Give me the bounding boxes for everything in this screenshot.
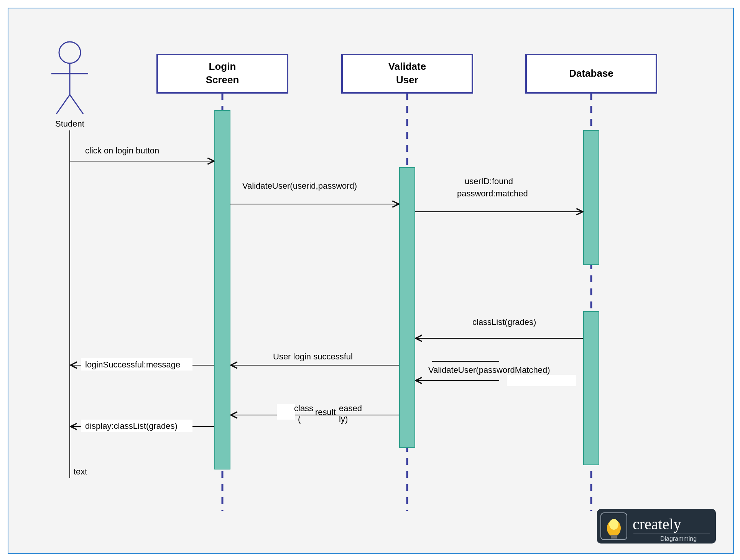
message-pwmatched-label: ValidateUser(passwordMatched) [428, 365, 550, 375]
creately-logo-name: creately [633, 516, 681, 533]
svg-line-3 [56, 95, 70, 114]
message-classlist-return-label: classList(grades) [472, 317, 536, 327]
svg-rect-13 [277, 404, 295, 420]
message-userid-found-label2: password:matched [457, 189, 528, 198]
message-display-classlist-label: display:classList(grades) [85, 421, 178, 431]
lifeline-database: Database [526, 54, 656, 511]
message-classlist-released-c: eased [339, 404, 362, 413]
svg-rect-19 [611, 535, 617, 539]
lifeline-validate-label2: User [396, 74, 418, 86]
lifeline-database-label1: Database [569, 68, 613, 79]
svg-point-0 [59, 42, 81, 63]
svg-rect-7 [342, 54, 472, 93]
lifeline-login-label2: Screen [206, 74, 239, 86]
activation-database-2 [584, 311, 599, 465]
message-classlist-released-a: class [294, 404, 313, 413]
svg-rect-11 [507, 375, 576, 386]
creately-logo-tag: Diagramming [660, 535, 697, 542]
message-userid-found-label1: userID:found [465, 176, 513, 186]
creately-logo: creately Diagramming [597, 509, 716, 544]
activation-login [215, 110, 230, 469]
activation-validate [400, 168, 415, 448]
svg-rect-5 [157, 54, 288, 93]
message-classlist-released-d: ( [298, 414, 301, 424]
diagram-frame: Student text Login Screen Validate User [8, 8, 734, 554]
actor-student-icon [51, 42, 88, 114]
message-click-login-label: click on login button [85, 146, 159, 155]
svg-point-18 [609, 519, 618, 530]
lifeline-login-label1: Login [209, 61, 236, 72]
actor-label: Student [55, 119, 84, 128]
message-classlist-released-e: ly) [339, 414, 348, 424]
lifeline-validate: Validate User [342, 54, 472, 511]
actor-bottom-label: text [74, 467, 87, 476]
activation-database-1 [584, 130, 599, 265]
message-classlist-released-b: result [315, 407, 336, 417]
lifeline-validate-label1: Validate [388, 61, 426, 72]
message-login-success-label: User login successful [273, 352, 353, 361]
lifeline-login: Login Screen [157, 54, 288, 511]
svg-line-4 [70, 95, 83, 114]
message-validate-user-label: ValidateUser(userid,password) [242, 181, 357, 191]
message-login-success-to-student-label: loginSuccessful:message [85, 360, 180, 369]
